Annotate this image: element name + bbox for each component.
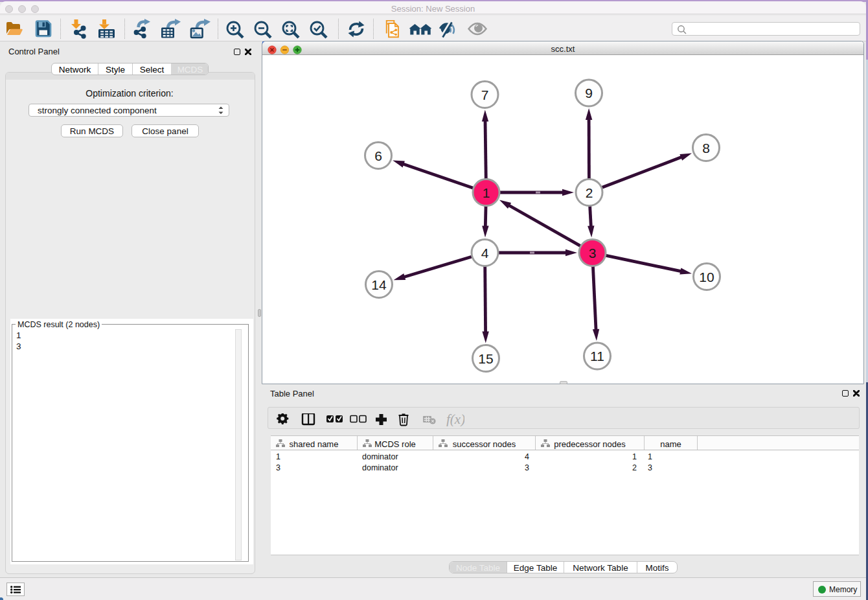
svg-text:7: 7 xyxy=(481,87,489,102)
svg-text:1: 1 xyxy=(483,185,490,200)
svg-text:8: 8 xyxy=(702,141,710,156)
svg-text:2: 2 xyxy=(586,185,593,200)
svg-text:15: 15 xyxy=(478,351,493,366)
svg-text:10: 10 xyxy=(699,270,714,284)
svg-text:4: 4 xyxy=(481,246,489,260)
svg-text:6: 6 xyxy=(374,148,382,163)
svg-text:14: 14 xyxy=(371,277,387,292)
svg-text:9: 9 xyxy=(585,86,593,100)
svg-text:11: 11 xyxy=(590,349,604,363)
svg-text:3: 3 xyxy=(589,246,597,260)
svg-text:f(x): f(x) xyxy=(446,413,464,426)
